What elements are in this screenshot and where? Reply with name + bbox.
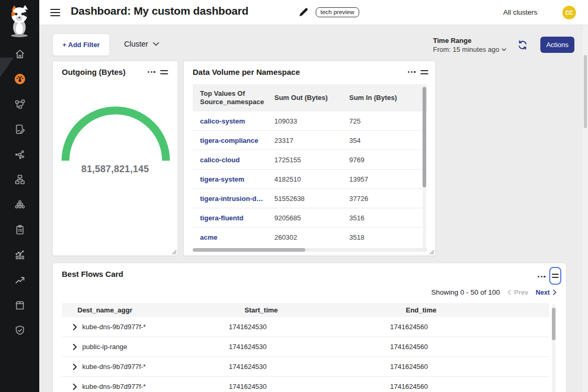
resize-handle-icon[interactable] [171,249,176,254]
end-time: 1741624560 [390,383,549,390]
compliance-clipboard-icon[interactable] [13,224,27,236]
outgoing-bytes-card: Outgoing (Bytes) 81,587,821,145 [52,61,178,256]
add-filter-button[interactable]: + Add Filter [52,33,110,56]
home-icon[interactable] [13,48,27,60]
chevron-down-icon [153,42,159,46]
hamburger-menu-icon[interactable] [50,9,60,16]
cluster-dropdown[interactable]: Cluster [124,40,159,48]
sidebar-nav [0,48,39,336]
refresh-icon[interactable] [517,39,528,51]
table-row[interactable]: kube-dns-9b7d977f-* 1741624530 174162456… [62,377,549,392]
card-title: Data Volume per Namespace [193,68,300,76]
page-scrollbar[interactable] [583,25,588,392]
network-sets-icon[interactable] [13,174,27,185]
card-menu-icon[interactable] [406,69,418,75]
network-topology-icon[interactable] [13,98,27,110]
horizontal-scrollbar[interactable] [193,248,427,252]
card-menu-icon[interactable] [536,274,548,279]
table-header-row: Dest_name_aggr Start_time End_time [62,303,549,317]
pagination: Showing 0 - 50 of 100 Prev Next [431,288,557,296]
namespace-link[interactable]: tigera-compliance [193,137,267,144]
drag-handle-icon[interactable] [160,70,168,74]
calico-cat-logo[interactable] [5,4,34,38]
sum-in-value: 3516 [342,214,427,222]
policy-report-icon[interactable] [13,124,27,135]
vertical-scrollbar[interactable] [423,85,426,250]
drag-handle-icon[interactable] [420,70,428,74]
col-header-namespace: Top Values Of Source_namespace [193,85,267,111]
expand-chevron-icon[interactable] [73,384,77,390]
start-time: 1741624530 [229,343,390,351]
chevron-right-icon [553,289,557,295]
col-header-end: End_time [390,306,549,314]
namespace-link[interactable]: calico-cloud [193,156,267,164]
dest-name: kube-dns-9b7d977f-* [82,323,146,331]
pagination-status: Showing 0 - 50 of 100 [431,288,500,296]
sum-out-value: 9205685 [267,214,342,222]
namespace-link[interactable]: calico-system [193,117,267,125]
table-row: tigera-intrusion-d… 51552638 37726 [193,189,427,208]
sum-in-value: 725 [342,117,427,125]
user-avatar[interactable]: CC [562,6,576,19]
edit-pencil-icon[interactable] [298,7,308,17]
sum-out-value: 23317 [267,137,342,144]
statistics-icon[interactable] [13,249,27,261]
start-time: 1741624530 [229,383,390,390]
table-row[interactable]: public-ip-range 1741624530 1741624560 [62,337,549,357]
chevron-down-icon [502,48,506,51]
expand-chevron-icon[interactable] [73,324,77,330]
time-range-label: Time Range [433,37,506,44]
clusters-icon[interactable] [13,199,27,210]
chevron-left-icon [507,289,511,295]
table-row: tigera-fluentd 9205685 3516 [193,208,427,228]
sum-in-value: 354 [342,137,427,144]
namespace-link[interactable]: tigera-fluentd [193,214,267,222]
cluster-dropdown-label: Cluster [124,40,148,48]
time-range-control: Time Range From: 15 minutes ago [433,37,506,53]
sum-out-value: 1725155 [267,156,342,164]
workloads-box-icon[interactable] [13,299,27,311]
dest-name: kube-dns-9b7d977f-* [82,383,146,390]
namespace-link[interactable]: tigera-intrusion-d… [193,195,267,203]
table-row[interactable]: kube-dns-9b7d977f-* 1741624530 174162456… [62,357,549,377]
end-time: 1741624560 [390,343,549,351]
sum-in-value: 9769 [342,156,427,164]
dashboard-icon[interactable] [13,73,27,85]
table-row: calico-cloud 1725155 9769 [193,150,427,170]
card-menu-icon[interactable] [146,69,158,75]
table-row: tigera-compliance 23317 354 [193,131,427,150]
time-range-selector[interactable]: From: 15 minutes ago [433,46,506,53]
namespace-link[interactable]: tigera-system [193,175,267,183]
end-time: 1741624560 [390,323,549,331]
table-row[interactable]: kube-dns-9b7d977f-* 1741624530 174162456… [62,317,549,337]
resize-handle-icon[interactable] [429,249,434,254]
sum-in-value: 13957 [342,175,427,183]
sum-out-value: 109033 [267,117,342,125]
next-page-button[interactable]: Next [536,289,557,296]
expand-chevron-icon[interactable] [73,344,77,350]
dest-name: public-ip-range [82,343,127,351]
all-clusters-selector[interactable]: All clusters [503,8,537,16]
prev-page-button[interactable]: Prev [507,289,528,296]
actions-button[interactable]: Actions [540,37,574,53]
namespace-link[interactable]: acme [193,233,267,241]
sum-out-value: 51552638 [267,195,342,203]
service-graph-icon[interactable] [13,149,27,160]
table-row: calico-system 109033 725 [193,111,427,131]
start-time: 1741624530 [229,323,390,331]
sidebar [0,0,39,392]
trends-icon[interactable] [13,274,27,286]
top-header: Dashboard: My custom dashboard tech prev… [39,0,588,25]
expand-chevron-icon[interactable] [73,364,77,370]
table-header-row: Top Values Of Source_namespace Sum Out (… [193,84,427,111]
gauge-value: 81,587,821,145 [53,164,177,175]
best-flows-card: Best Flows Card Showing 0 - 50 of 100 Pr… [52,263,567,392]
drag-handle-button[interactable] [549,267,561,285]
vertical-scrollbar[interactable] [552,304,556,392]
table-row: tigera-system 4182510 13957 [193,170,427,189]
sum-in-value: 3518 [342,233,427,241]
security-shield-icon[interactable] [13,324,27,336]
page-title: Dashboard: My custom dashboard [71,5,248,17]
table-row: acme 260302 3518 [193,228,427,247]
tech-preview-badge: tech preview [316,7,359,17]
